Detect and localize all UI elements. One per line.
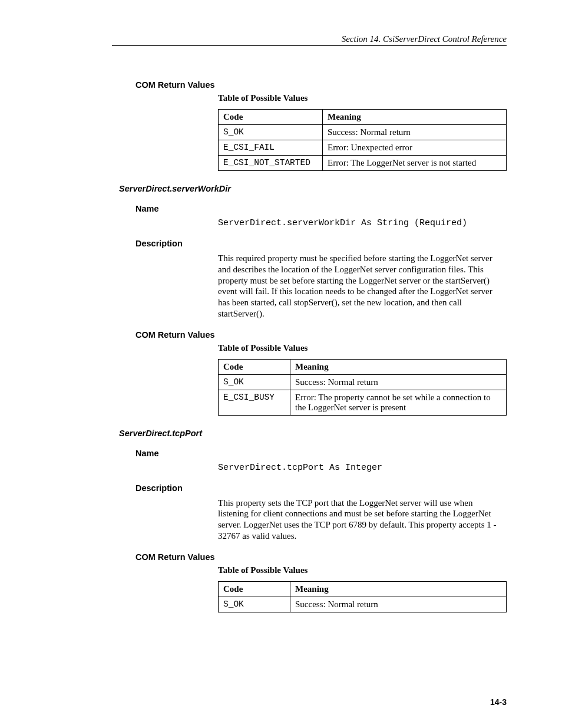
table-row: S_OK Success: Normal return: [219, 125, 507, 140]
cell-meaning: Success: Normal return: [290, 374, 507, 390]
label-name-1: Name: [135, 204, 509, 213]
cell-meaning: Error: The property cannot be set while …: [290, 390, 507, 415]
table-row: E_CSI_BUSY Error: The property cannot be…: [219, 390, 507, 415]
table-header-row: Code Meaning: [219, 581, 507, 597]
code-serverworkdir: ServerDirect.serverWorkDir As String (Re…: [218, 218, 509, 228]
table-caption-3: Table of Possible Values: [218, 565, 509, 575]
cell-code: E_CSI_FAIL: [219, 140, 323, 156]
col-meaning: Meaning: [323, 110, 507, 125]
desc-serverworkdir: This required property must be specified…: [218, 253, 503, 319]
table-1: Code Meaning S_OK Success: Normal return…: [218, 109, 507, 171]
table-caption-2: Table of Possible Values: [218, 343, 509, 353]
heading-com-return-values-1: COM Return Values: [135, 80, 509, 90]
col-code: Code: [219, 110, 323, 125]
cell-code: E_CSI_BUSY: [219, 390, 290, 415]
desc-tcpport: This property sets the TCP port that the…: [218, 498, 503, 542]
col-meaning: Meaning: [290, 581, 507, 597]
cell-meaning: Error: The LoggerNet server is not start…: [323, 156, 507, 171]
label-name-2: Name: [135, 449, 509, 458]
page-header: Section 14. CsiServerDirect Control Refe…: [112, 34, 507, 46]
heading-serverworkdir: ServerDirect.serverWorkDir: [119, 184, 509, 193]
table-header-row: Code Meaning: [219, 359, 507, 374]
table-3: Code Meaning S_OK Success: Normal return: [218, 581, 507, 612]
cell-meaning: Error: Unexpected error: [323, 140, 507, 156]
table-2: Code Meaning S_OK Success: Normal return…: [218, 359, 507, 416]
col-meaning: Meaning: [290, 359, 507, 374]
label-description-1: Description: [135, 239, 509, 248]
code-tcpport: ServerDirect.tcpPort As Integer: [218, 463, 509, 473]
label-description-2: Description: [135, 483, 509, 493]
table-row: E_CSI_NOT_STARTED Error: The LoggerNet s…: [219, 156, 507, 171]
page-number: 14-3: [490, 697, 507, 707]
cell-code: S_OK: [219, 374, 290, 390]
table-row: S_OK Success: Normal return: [219, 374, 507, 390]
cell-code: E_CSI_NOT_STARTED: [219, 156, 323, 171]
table-row: E_CSI_FAIL Error: Unexpected error: [219, 140, 507, 156]
heading-tcpport: ServerDirect.tcpPort: [119, 429, 509, 438]
heading-com-return-values-3: COM Return Values: [135, 552, 509, 562]
heading-com-return-values-2: COM Return Values: [135, 330, 509, 340]
cell-code: S_OK: [219, 125, 323, 140]
col-code: Code: [219, 581, 290, 597]
table-header-row: Code Meaning: [219, 110, 507, 125]
cell-meaning: Success: Normal return: [290, 597, 507, 612]
col-code: Code: [219, 359, 290, 374]
table-caption-1: Table of Possible Values: [218, 93, 509, 103]
cell-code: S_OK: [219, 597, 290, 612]
table-row: S_OK Success: Normal return: [219, 597, 507, 612]
cell-meaning: Success: Normal return: [323, 125, 507, 140]
